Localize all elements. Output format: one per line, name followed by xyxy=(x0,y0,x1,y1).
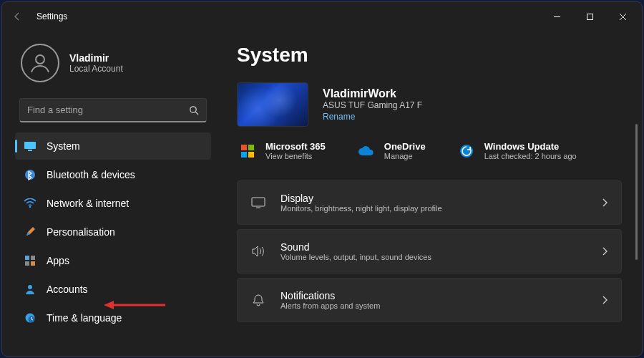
nav-label: Network & internet xyxy=(47,198,129,209)
nav-label: Bluetooth & devices xyxy=(47,169,135,180)
card-sound[interactable]: SoundVolume levels, output, input, sound… xyxy=(237,229,622,274)
svg-rect-16 xyxy=(241,145,247,150)
system-icon xyxy=(24,140,36,153)
sound-icon xyxy=(250,246,266,257)
svg-rect-18 xyxy=(241,152,247,158)
bell-icon xyxy=(250,294,266,306)
cloud-icon xyxy=(357,142,376,160)
svg-rect-5 xyxy=(24,142,36,149)
svg-point-3 xyxy=(190,106,196,112)
nav-time-language[interactable]: Time & language xyxy=(15,304,211,332)
nav-label: Apps xyxy=(47,255,69,266)
svg-rect-6 xyxy=(28,150,32,151)
svg-rect-12 xyxy=(31,261,35,266)
bluetooth-icon xyxy=(24,168,36,181)
nav-bluetooth[interactable]: Bluetooth & devices xyxy=(15,161,211,188)
tile-title: Windows Update xyxy=(484,141,577,152)
tile-sub: Manage xyxy=(384,152,426,160)
svg-point-2 xyxy=(36,55,44,64)
svg-rect-1 xyxy=(587,14,592,19)
svg-point-8 xyxy=(29,206,31,208)
nav-label: Personalisation xyxy=(47,226,115,238)
settings-window: Settings Vladimir Local Account xyxy=(1,1,643,357)
tile-sub: View benefits xyxy=(265,152,326,160)
apps-icon xyxy=(24,254,36,267)
window-title: Settings xyxy=(36,11,67,21)
svg-rect-9 xyxy=(25,256,29,260)
svg-rect-21 xyxy=(252,198,265,206)
tile-windows-update[interactable]: Windows UpdateLast checked: 2 hours ago xyxy=(457,141,577,160)
nav-label: System xyxy=(47,140,80,152)
nav-network[interactable]: Network & internet xyxy=(15,190,211,217)
scrollbar[interactable] xyxy=(635,124,638,260)
tile-onedrive[interactable]: OneDriveManage xyxy=(357,141,426,160)
card-display[interactable]: DisplayMonitors, brightness, night light… xyxy=(237,180,622,225)
profile-sub: Local Account xyxy=(69,64,123,74)
nav-label: Accounts xyxy=(47,284,88,295)
tile-title: Microsoft 365 xyxy=(265,141,326,152)
person-icon xyxy=(24,283,36,296)
nav-list: System Bluetooth & devices Network & int… xyxy=(15,132,211,332)
chevron-right-icon xyxy=(602,247,608,256)
rename-link[interactable]: Rename xyxy=(323,112,422,122)
card-title: Notifications xyxy=(280,290,380,301)
minimize-button[interactable] xyxy=(540,5,573,28)
profile-name: Vladimir xyxy=(69,52,123,64)
nav-accounts[interactable]: Accounts xyxy=(15,276,211,303)
card-title: Display xyxy=(280,193,442,204)
chevron-right-icon xyxy=(602,296,608,304)
svg-line-4 xyxy=(196,112,199,115)
display-icon xyxy=(250,197,266,208)
tile-m365[interactable]: Microsoft 365View benefits xyxy=(238,141,326,160)
card-sub: Monitors, brightness, night light, displ… xyxy=(280,204,442,213)
avatar xyxy=(21,44,59,82)
svg-rect-17 xyxy=(248,145,254,150)
card-sub: Alerts from apps and system xyxy=(280,301,380,310)
chevron-right-icon xyxy=(602,198,608,207)
card-title: Sound xyxy=(280,241,431,253)
search-icon xyxy=(189,105,199,115)
globe-clock-icon xyxy=(24,311,36,324)
device-block: VladimirWork ASUS TUF Gaming A17 F Renam… xyxy=(237,82,622,127)
tile-sub: Last checked: 2 hours ago xyxy=(484,152,577,160)
nav-personalisation[interactable]: Personalisation xyxy=(15,218,211,246)
search-input[interactable] xyxy=(27,105,189,115)
tile-title: OneDrive xyxy=(384,141,426,152)
main-content: System VladimirWork ASUS TUF Gaming A17 … xyxy=(217,31,642,356)
close-button[interactable] xyxy=(606,5,639,28)
settings-cards: DisplayMonitors, brightness, night light… xyxy=(237,180,622,322)
page-heading: System xyxy=(237,44,622,67)
back-button[interactable] xyxy=(5,4,29,29)
nav-label: Time & language xyxy=(47,312,122,324)
m365-icon xyxy=(238,142,257,160)
device-model: ASUS TUF Gaming A17 F xyxy=(323,100,422,110)
svg-rect-19 xyxy=(248,152,254,158)
nav-system[interactable]: System xyxy=(15,132,211,160)
svg-rect-11 xyxy=(25,261,29,266)
info-tiles: Microsoft 365View benefits OneDriveManag… xyxy=(237,141,622,160)
wifi-icon xyxy=(24,197,36,210)
card-notifications[interactable]: NotificationsAlerts from apps and system xyxy=(237,278,622,322)
nav-apps[interactable]: Apps xyxy=(15,247,211,274)
profile-block[interactable]: Vladimir Local Account xyxy=(15,34,211,97)
sidebar: Vladimir Local Account System Bluetooth … xyxy=(2,31,217,356)
card-sub: Volume levels, output, input, sound devi… xyxy=(280,253,431,261)
maximize-button[interactable] xyxy=(573,5,606,28)
search-box[interactable] xyxy=(19,98,207,122)
device-thumbnail xyxy=(237,82,308,127)
titlebar: Settings xyxy=(2,2,642,31)
update-icon xyxy=(457,142,476,160)
svg-rect-10 xyxy=(31,256,35,260)
svg-point-13 xyxy=(28,285,32,289)
device-name: VladimirWork xyxy=(323,87,422,100)
brush-icon xyxy=(24,226,36,238)
